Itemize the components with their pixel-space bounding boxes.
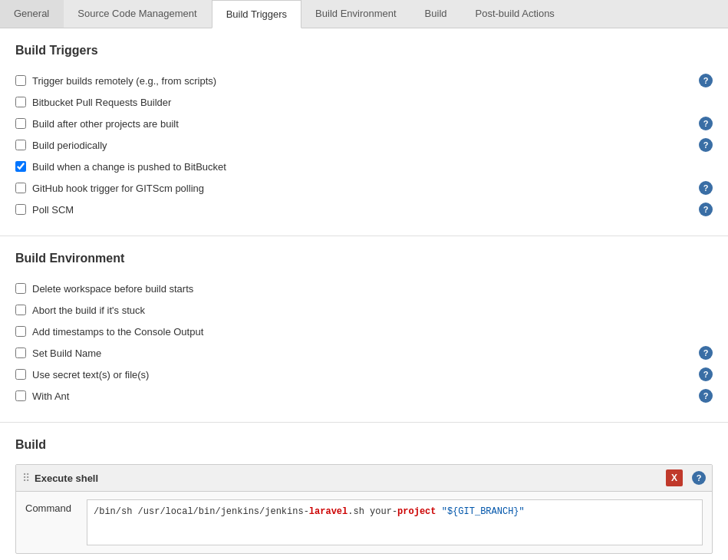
- execute-shell-header: ⠿ Execute shell X ?: [16, 465, 712, 492]
- checkbox-row-build-periodically: Build periodically ?: [15, 134, 713, 156]
- tab-general[interactable]: General: [0, 0, 64, 28]
- tab-build[interactable]: Build: [411, 0, 462, 28]
- github-hook-checkbox[interactable]: [15, 183, 26, 193]
- checkbox-row-poll-scm: Poll SCM ?: [15, 199, 713, 220]
- delete-workspace-label[interactable]: Delete workspace before build starts: [32, 283, 693, 295]
- trigger-remote-help-icon[interactable]: ?: [699, 74, 713, 87]
- close-execute-shell-button[interactable]: X: [666, 469, 683, 486]
- checkbox-row-set-build-name: Set Build Name ?: [15, 342, 713, 364]
- add-timestamps-checkbox[interactable]: [15, 326, 26, 337]
- build-periodically-help-icon[interactable]: ?: [699, 138, 713, 152]
- github-hook-help-icon[interactable]: ?: [699, 181, 713, 195]
- bitbucket-change-help-placeholder: [699, 160, 713, 173]
- execute-shell-label: Execute shell: [35, 473, 98, 484]
- poll-scm-checkbox[interactable]: [15, 204, 26, 215]
- with-ant-help-icon[interactable]: ?: [699, 389, 713, 403]
- checkbox-row-add-timestamps: Add timestamps to the Console Output: [15, 321, 713, 342]
- main-content: Build Triggers Trigger builds remotely (…: [0, 28, 728, 560]
- bitbucket-change-checkbox[interactable]: [15, 161, 26, 172]
- bitbucket-change-label[interactable]: Build when a change is pushed to BitBuck…: [32, 161, 693, 173]
- checkbox-row-abort-stuck: Abort the build if it's stuck: [15, 299, 713, 321]
- build-triggers-title: Build Triggers: [15, 44, 713, 58]
- build-environment-section: Build Environment Delete workspace befor…: [0, 236, 728, 423]
- build-title: Build: [15, 438, 713, 452]
- checkbox-row-bitbucket-change: Build when a change is pushed to BitBuck…: [15, 156, 713, 177]
- with-ant-checkbox[interactable]: [15, 390, 26, 401]
- command-label: Command: [25, 499, 87, 514]
- command-row: Command /bin/sh /usr/local/bin/jenkins/j…: [16, 492, 712, 553]
- bitbucket-pull-checkbox[interactable]: [15, 97, 26, 107]
- trigger-remote-checkbox[interactable]: [15, 75, 26, 86]
- checkbox-row-secret-text: Use secret text(s) or file(s) ?: [15, 364, 713, 385]
- checkbox-row-github-hook: GitHub hook trigger for GITScm polling ?: [15, 177, 713, 199]
- build-triggers-section: Build Triggers Trigger builds remotely (…: [0, 28, 728, 236]
- build-after-label[interactable]: Build after other projects are built: [32, 118, 693, 130]
- checkbox-row-build-after: Build after other projects are built ?: [15, 113, 713, 134]
- checkbox-row-trigger-remote: Trigger builds remotely (e.g., from scri…: [15, 70, 713, 91]
- command-display[interactable]: /bin/sh /usr/local/bin/jenkins/jenkins-l…: [87, 499, 703, 545]
- bitbucket-pull-help-placeholder: [699, 95, 713, 109]
- set-build-name-label[interactable]: Set Build Name: [32, 348, 693, 359]
- secret-text-help-icon[interactable]: ?: [699, 367, 713, 381]
- build-periodically-label[interactable]: Build periodically: [32, 140, 693, 151]
- add-timestamps-help-placeholder: [699, 324, 713, 338]
- secret-text-checkbox[interactable]: [15, 369, 26, 380]
- delete-workspace-help-placeholder: [699, 282, 713, 295]
- checkbox-row-with-ant: With Ant ?: [15, 385, 713, 407]
- checkbox-row-bitbucket-pull: Bitbucket Pull Requests Builder: [15, 91, 713, 113]
- secret-text-label[interactable]: Use secret text(s) or file(s): [32, 369, 693, 380]
- abort-stuck-checkbox[interactable]: [15, 305, 26, 315]
- tab-build-triggers[interactable]: Build Triggers: [212, 0, 301, 28]
- drag-handle-icon[interactable]: ⠿: [22, 472, 30, 484]
- poll-scm-help-icon[interactable]: ?: [699, 203, 713, 216]
- bitbucket-pull-label[interactable]: Bitbucket Pull Requests Builder: [32, 97, 693, 108]
- build-after-checkbox[interactable]: [15, 118, 26, 129]
- tab-bar: General Source Code Management Build Tri…: [0, 0, 728, 28]
- trigger-remote-label[interactable]: Trigger builds remotely (e.g., from scri…: [32, 75, 693, 87]
- execute-shell-title-row: ⠿ Execute shell: [22, 472, 98, 484]
- tab-build-environment[interactable]: Build Environment: [301, 0, 411, 28]
- delete-workspace-checkbox[interactable]: [15, 283, 26, 294]
- build-environment-title: Build Environment: [15, 252, 713, 265]
- execute-shell-box: ⠿ Execute shell X ? Command /bin/sh /usr…: [15, 464, 713, 554]
- execute-shell-help-icon[interactable]: ?: [692, 471, 706, 485]
- abort-stuck-label[interactable]: Abort the build if it's stuck: [32, 305, 693, 316]
- github-hook-label[interactable]: GitHub hook trigger for GITScm polling: [32, 183, 693, 194]
- build-section: Build ⠿ Execute shell X ? Command /bin/s…: [0, 423, 728, 560]
- execute-shell-header-right: X ?: [666, 469, 706, 486]
- with-ant-label[interactable]: With Ant: [32, 390, 693, 402]
- abort-stuck-help-placeholder: [699, 303, 713, 317]
- set-build-name-help-icon[interactable]: ?: [699, 346, 713, 360]
- checkbox-row-delete-workspace: Delete workspace before build starts: [15, 278, 713, 299]
- add-timestamps-label[interactable]: Add timestamps to the Console Output: [32, 326, 693, 338]
- build-periodically-checkbox[interactable]: [15, 140, 26, 150]
- set-build-name-checkbox[interactable]: [15, 348, 26, 358]
- tab-post-build-actions[interactable]: Post-build Actions: [462, 0, 569, 28]
- build-after-help-icon[interactable]: ?: [699, 117, 713, 130]
- tab-source-code-management[interactable]: Source Code Management: [64, 0, 211, 28]
- poll-scm-label[interactable]: Poll SCM: [32, 204, 693, 216]
